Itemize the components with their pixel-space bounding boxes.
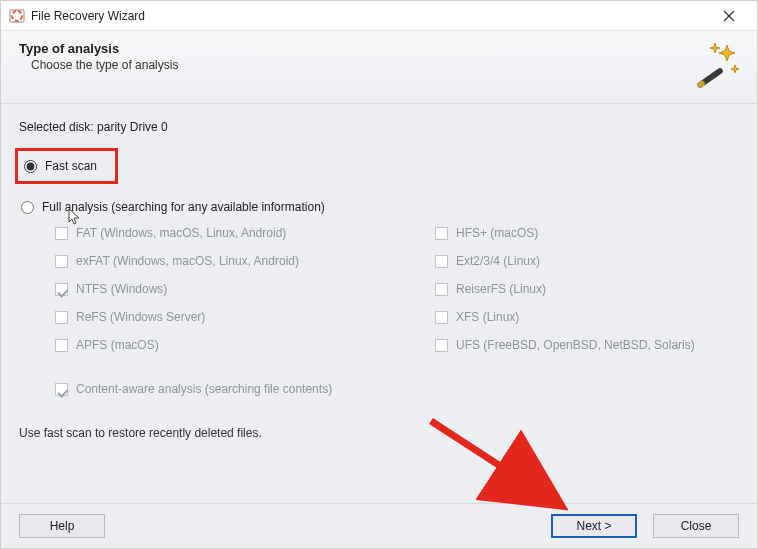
fs-label: XFS (Linux) (456, 310, 519, 324)
header-subtitle: Choose the type of analysis (31, 58, 691, 72)
checkbox-icon (55, 311, 68, 324)
fs-option-reiserfs: ReiserFS (Linux) (435, 282, 739, 296)
full-analysis-radio-label: Full analysis (searching for any availab… (42, 200, 325, 214)
fs-option-xfs: XFS (Linux) (435, 310, 739, 324)
svg-marker-4 (719, 45, 735, 61)
wizard-footer: Help Next > Close (1, 503, 757, 548)
close-button-label: Close (681, 519, 712, 533)
next-button-label: Next > (576, 519, 611, 533)
fs-label: exFAT (Windows, macOS, Linux, Android) (76, 254, 299, 268)
window-close-button[interactable] (709, 2, 749, 30)
full-analysis-radio[interactable]: Full analysis (searching for any availab… (19, 196, 739, 218)
content-aware-label: Content-aware analysis (searching file c… (76, 382, 332, 396)
close-button[interactable]: Close (653, 514, 739, 538)
help-button[interactable]: Help (19, 514, 105, 538)
fs-label: FAT (Windows, macOS, Linux, Android) (76, 226, 286, 240)
checkbox-icon (55, 255, 68, 268)
app-icon (9, 8, 25, 24)
fast-scan-radio[interactable]: Fast scan (22, 155, 99, 177)
svg-marker-6 (731, 65, 739, 73)
help-button-label: Help (50, 519, 75, 533)
content-aware-option: Content-aware analysis (searching file c… (55, 382, 739, 396)
fast-scan-radio-input[interactable] (24, 160, 37, 173)
checkbox-icon (55, 383, 68, 396)
selected-disk-label: Selected disk: parity Drive 0 (19, 120, 739, 134)
window-title: File Recovery Wizard (31, 9, 709, 23)
fs-option-hfs: HFS+ (macOS) (435, 226, 739, 240)
fs-option-ufs: UFS (FreeBSD, OpenBSD, NetBSD, Solaris) (435, 338, 739, 352)
fs-label: Ext2/3/4 (Linux) (456, 254, 540, 268)
fs-option-apfs: APFS (macOS) (55, 338, 435, 352)
wizard-content: Selected disk: parity Drive 0 Fast scan … (1, 104, 757, 440)
fs-option-ntfs: NTFS (Windows) (55, 282, 435, 296)
checkbox-icon (435, 339, 448, 352)
fs-option-refs: ReFS (Windows Server) (55, 310, 435, 324)
next-button[interactable]: Next > (551, 514, 637, 538)
fast-scan-radio-label: Fast scan (45, 159, 97, 173)
svg-marker-5 (710, 43, 720, 53)
hint-text: Use fast scan to restore recently delete… (19, 426, 739, 440)
checkbox-icon (55, 283, 68, 296)
fs-label: HFS+ (macOS) (456, 226, 538, 240)
fs-label: APFS (macOS) (76, 338, 159, 352)
title-bar: File Recovery Wizard (1, 1, 757, 31)
fs-label: ReiserFS (Linux) (456, 282, 546, 296)
wizard-header: Type of analysis Choose the type of anal… (1, 31, 757, 104)
fs-option-ext: Ext2/3/4 (Linux) (435, 254, 739, 268)
header-heading: Type of analysis (19, 41, 691, 56)
fs-label: NTFS (Windows) (76, 282, 167, 296)
fs-label: UFS (FreeBSD, OpenBSD, NetBSD, Solaris) (456, 338, 695, 352)
full-analysis-radio-input[interactable] (21, 201, 34, 214)
fast-scan-highlight: Fast scan (15, 148, 118, 184)
checkbox-icon (55, 227, 68, 240)
fs-option-fat: FAT (Windows, macOS, Linux, Android) (55, 226, 435, 240)
checkbox-icon (435, 283, 448, 296)
fs-option-exfat: exFAT (Windows, macOS, Linux, Android) (55, 254, 435, 268)
fs-label: ReFS (Windows Server) (76, 310, 205, 324)
wizard-wand-icon (691, 41, 739, 89)
checkbox-icon (55, 339, 68, 352)
filesystem-options: FAT (Windows, macOS, Linux, Android) HFS… (55, 226, 739, 352)
checkbox-icon (435, 227, 448, 240)
checkbox-icon (435, 311, 448, 324)
checkbox-icon (435, 255, 448, 268)
